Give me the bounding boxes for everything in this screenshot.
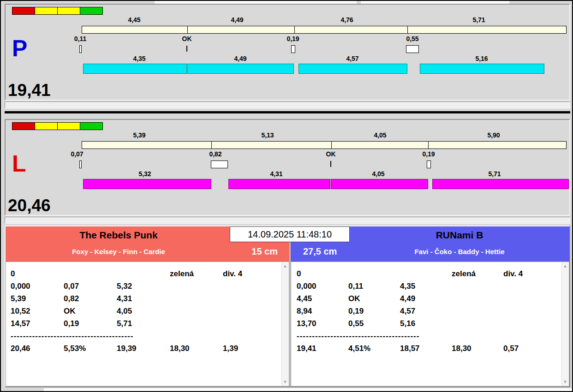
loss-percent: 5,53% (64, 342, 117, 355)
run-time: 4,49 (234, 55, 246, 62)
run-time: 5,71 (488, 170, 501, 178)
run-row: 14,57 0,19 5,71 (11, 317, 289, 330)
cumulative-time: 14,57 (11, 317, 64, 330)
ok-marker-line (186, 46, 187, 52)
run-bar (228, 179, 330, 189)
run-time: 4,31 (117, 292, 170, 305)
split-time: 4,76 (340, 16, 353, 24)
run-time: 4,35 (133, 55, 145, 62)
changeover-loss: 0,11 (348, 280, 400, 292)
loss-marker-box (79, 45, 82, 53)
run-time: 5,16 (400, 317, 452, 330)
light-yellow-icon (35, 122, 58, 130)
loss-percent: 4,51% (348, 342, 400, 355)
run-time: 5,32 (117, 280, 170, 292)
cumulative-time: 4,45 (297, 292, 348, 305)
total-time: 19,41 (297, 342, 348, 355)
track-divider (428, 142, 429, 148)
run-row: 13,70 0,55 5,16 (297, 317, 569, 330)
scroll-down-icon[interactable]: ▼ (282, 380, 288, 384)
division-label: div. 4 (503, 267, 523, 280)
changeover-loss: 0,07 (64, 280, 117, 292)
changeover-loss: OK (64, 305, 117, 317)
split-time: 4,49 (231, 16, 243, 24)
track-divider (407, 26, 408, 33)
jump-height: 27,5 cm (303, 246, 337, 257)
changeover-loss: OK (326, 150, 336, 158)
split-time: 4,45 (128, 16, 140, 24)
seed-time: 18,30 (170, 342, 223, 355)
loss-marker-box (79, 160, 82, 168)
light-green-icon (80, 122, 103, 130)
run-bar (331, 179, 428, 189)
team-dogs: Favi - Čoko - Baddy - Hettie (350, 248, 569, 255)
run-bar (298, 64, 407, 74)
separator-line: ---------------------------------------- (11, 330, 133, 342)
start-lights (12, 122, 102, 130)
cumulative-time: 10,52 (11, 305, 64, 317)
scrollbar[interactable]: ▲ ▼ (561, 262, 568, 386)
run-time: 5,71 (117, 317, 170, 330)
light-yellow-icon (57, 7, 80, 15)
scroll-down-icon[interactable]: ▼ (562, 380, 568, 384)
clean-time: 18,57 (400, 342, 452, 355)
info-row: 0 zelená div. 4 (11, 267, 289, 280)
run-time: 5,32 (138, 170, 151, 178)
team-panel-right: RUNami B Favi - Čoko - Baddy - Hettie 27… (291, 226, 569, 386)
cumulative-time: 0,000 (297, 280, 348, 292)
run-row: 0,000 0,11 4,35 (297, 280, 569, 292)
ok-marker-line (330, 161, 331, 167)
split-time: 5,71 (472, 16, 485, 24)
team-name: The Rebels Punk (6, 230, 232, 241)
changeover-loss: 0,55 (406, 35, 418, 42)
light-yellow-icon (57, 122, 80, 130)
run-row: 10,52 OK 4,05 (11, 305, 289, 317)
run-row: 5,39 0,82 4,31 (11, 292, 289, 305)
run-row: 4,45 OK 4,49 (297, 292, 569, 305)
split-time: 4,05 (374, 131, 386, 139)
scroll-up-icon[interactable]: ▲ (562, 264, 568, 268)
run-time: 4,05 (117, 305, 170, 317)
clean-time: 19,39 (117, 342, 170, 355)
track-divider (187, 26, 188, 33)
status-strip (5, 101, 570, 108)
scrollbar[interactable]: ▲ ▼ (281, 262, 288, 386)
cumulative-time: 5,39 (11, 292, 64, 305)
time-diff: 0,57 (503, 342, 519, 355)
results-area: The Rebels Punk Foxy - Kelsey - Finn - C… (5, 226, 570, 387)
status-strip (5, 217, 570, 224)
changeover-loss: 0,19 (422, 150, 435, 158)
team-results: 0 zelená div. 4 0,000 0,07 5,32 5,39 0,8… (6, 261, 289, 386)
cumulative-time: 8,94 (297, 305, 348, 317)
changeover-loss: 0,82 (64, 292, 117, 305)
run-row: 8,94 0,19 4,57 (297, 305, 569, 317)
changeover-loss: 0,19 (286, 35, 299, 42)
track-divider (211, 142, 212, 148)
scroll-up-icon[interactable]: ▲ (282, 264, 288, 268)
run-time: 5,16 (475, 55, 488, 62)
changeover-loss: 0,19 (348, 305, 400, 317)
split-time: 5,39 (133, 131, 145, 139)
run-time: 4,05 (372, 170, 384, 178)
changeover-loss: 0,11 (74, 35, 86, 42)
light-status: zelená (170, 267, 223, 280)
lane-total-time: 19,41 (8, 81, 51, 100)
run-bar (83, 64, 187, 74)
track-divider (331, 142, 332, 148)
total-time: 20,46 (11, 342, 64, 355)
seed-time: 18,30 (452, 342, 503, 355)
light-red-icon (12, 122, 35, 130)
run-time: 4,49 (400, 292, 452, 305)
loss-marker-box (427, 160, 431, 168)
light-yellow-icon (35, 7, 58, 15)
run-time: 4,57 (346, 55, 358, 62)
separator-row: ---------------------------------------- (11, 330, 289, 342)
totals-row: 19,41 4,51% 18,57 18,30 0,57 (297, 342, 569, 355)
start-lights (12, 7, 102, 15)
start-count: 0 (11, 267, 64, 280)
changeover-loss: OK (182, 35, 192, 42)
lane-panel-l: 5,39 5,13 4,05 5,90 0,07 0,82 OK 0,19 5,… (5, 119, 570, 216)
changeover-loss: 0,55 (348, 317, 400, 330)
lane-letter: L (12, 152, 26, 175)
info-row: 0 zelená div. 4 (297, 267, 569, 280)
